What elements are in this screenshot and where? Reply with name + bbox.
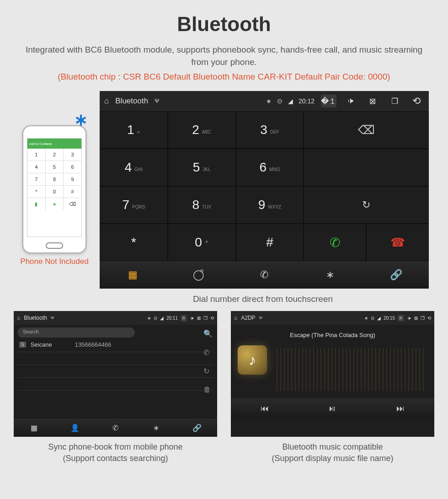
bluetooth-icon: ∗ (147, 316, 151, 321)
nav-keypad[interactable]: ▦ (14, 419, 54, 437)
music-note-icon: ♪ (238, 345, 267, 375)
backspace-button[interactable]: ⌫ (304, 111, 429, 149)
play-pause-button[interactable]: ⏯ (299, 398, 366, 419)
wifi-icon: ◢ (288, 97, 293, 105)
next-button[interactable]: ⏭ (367, 398, 434, 419)
nav-keypad[interactable]: ▦ (100, 261, 165, 289)
clock: 20:11 (166, 316, 178, 321)
usb-icon: Ψ (155, 98, 159, 104)
nav-calllog[interactable]: ✆ (231, 261, 297, 289)
usb-icon: Ψ (51, 316, 54, 320)
volume-button[interactable]: 🕩 (343, 95, 358, 107)
empty-cell (304, 149, 429, 186)
contact-initial: S (19, 342, 26, 348)
hangup-button[interactable]: ☎ (366, 224, 429, 261)
key-1[interactable]: 1∞ (100, 111, 168, 149)
home-icon[interactable]: ⌂ (104, 97, 109, 106)
close-button[interactable]: ⊠ (414, 316, 418, 321)
phone-home-button (46, 242, 63, 249)
clock: 20:15 (384, 316, 395, 321)
redial-button[interactable]: ↻ (304, 186, 429, 224)
call-button[interactable]: ✆ (304, 224, 366, 261)
play-controls: ⏮ ⏯ ⏭ (231, 398, 434, 419)
screenshot-button[interactable]: ⎘ (398, 315, 404, 322)
call-icon[interactable]: ✆ (203, 348, 213, 357)
nav-contacts[interactable]: ◯̊ (165, 261, 231, 289)
status-bar: ⌂ Bluetooth Ψ ∗ ⊙ ◢ 20:12 �１ 🕩 ⊠ ❐ ⟲ (100, 91, 429, 111)
key-5[interactable]: 5JKL (168, 149, 236, 186)
search-icon[interactable]: 🔍 (203, 329, 213, 338)
phone-caption: Phone Not Included (14, 257, 95, 266)
dialer-screen: ⌂ Bluetooth Ψ ∗ ⊙ ◢ 20:12 �１ 🕩 ⊠ ❐ ⟲ 1∞ … (100, 91, 429, 289)
contacts-caption: Sync phone-book from mobile phone (Suppo… (14, 441, 217, 464)
status-bar-music: ⌂ A2DP Ψ ∗ ⊙ ◢ 20:15 ⎘ 🕩 ⊠ ❐ ⟲ (231, 311, 434, 325)
key-0[interactable]: 0+ (168, 224, 236, 261)
equalizer-visual (277, 348, 425, 391)
back-button[interactable]: ⟲ (409, 95, 424, 107)
key-8[interactable]: 8TUV (168, 186, 236, 224)
recents-button[interactable]: ❐ (421, 316, 425, 321)
home-icon[interactable]: ⌂ (17, 315, 20, 321)
recents-button[interactable]: ❐ (203, 316, 208, 321)
wifi-icon: ◢ (377, 316, 381, 321)
sync-icon[interactable]: ↻ (203, 367, 213, 376)
empty-row (17, 378, 213, 391)
usb-icon: Ψ (259, 316, 263, 320)
status-title: A2DP (241, 315, 255, 321)
close-button[interactable]: ⊠ (365, 95, 380, 107)
key-3[interactable]: 3DEF (236, 111, 304, 149)
screenshot-button[interactable]: �１ (321, 95, 336, 107)
location-icon: ⊙ (154, 316, 157, 321)
back-button[interactable]: ⟲ (427, 316, 431, 321)
contact-name: Seicane (31, 341, 52, 348)
status-bar-contacts: ⌂ Bluetooth Ψ ∗ ⊙ ◢ 20:11 ⎘ 🕩 ⊠ ❐ ⟲ (14, 311, 217, 325)
back-button[interactable]: ⟲ (210, 316, 214, 321)
nav-pair[interactable]: 🔗 (363, 261, 429, 289)
status-title: Bluetooth (115, 97, 148, 106)
location-icon: ⊙ (371, 316, 374, 321)
track-title: Escape (The Pina Colada Song) (235, 332, 430, 338)
phone-illustration: ∗ Add to Contacts 123 456 789 *0# ▮●⌫ Ph… (14, 91, 95, 266)
volume-button[interactable]: 🕩 (190, 316, 194, 321)
bottom-nav-contacts: ▦ 👤 ✆ ∗ 🔗 (14, 419, 217, 437)
contacts-screen: ⌂ Bluetooth Ψ ∗ ⊙ ◢ 20:11 ⎘ 🕩 ⊠ ❐ ⟲ Sear… (14, 311, 217, 437)
phone-device: ∗ Add to Contacts 123 456 789 *0# ▮●⌫ (22, 125, 86, 253)
bluetooth-icon: ∗ (364, 316, 368, 321)
key-9[interactable]: 9WXYZ (236, 186, 304, 224)
spec-line: (Bluetooth chip : CSR BC6 Default Blueto… (0, 68, 448, 89)
nav-contacts[interactable]: 👤 (54, 419, 95, 437)
nav-bluetooth[interactable]: ∗ (136, 419, 176, 437)
nav-bluetooth[interactable]: ∗ (297, 261, 363, 289)
volume-button[interactable]: 🕩 (407, 316, 411, 321)
key-7[interactable]: 7PQRS (100, 186, 168, 224)
contact-number: 13566664466 (75, 341, 112, 348)
phone-screen: Add to Contacts 123 456 789 *0# ▮●⌫ (27, 138, 82, 237)
clock: 20:12 (299, 97, 315, 105)
phone-contacts-header: Add to Contacts (27, 139, 81, 149)
empty-row (17, 365, 213, 378)
music-screen: ⌂ A2DP Ψ ∗ ⊙ ◢ 20:15 ⎘ 🕩 ⊠ ❐ ⟲ Escape (T… (231, 311, 434, 437)
nav-pair[interactable]: 🔗 (176, 419, 217, 437)
prev-button[interactable]: ⏮ (231, 398, 299, 419)
music-body: Escape (The Pina Colada Song) ♪ ⏮ ⏯ ⏭ (231, 325, 434, 419)
empty-row (17, 352, 213, 365)
music-caption: Bluetooth music compatible (Support disp… (231, 441, 434, 464)
key-hash[interactable]: # (236, 224, 304, 261)
contacts-body: Search S Seicane 13566664466 🔍 ✆ ↻ 🗑 (14, 325, 217, 419)
key-4[interactable]: 4GHI (100, 149, 168, 186)
search-input[interactable]: Search (17, 327, 135, 338)
delete-icon[interactable]: 🗑 (203, 386, 213, 394)
home-icon[interactable]: ⌂ (234, 315, 237, 321)
key-star[interactable]: * (100, 224, 168, 261)
close-button[interactable]: ⊠ (197, 316, 201, 321)
dialer-caption: Dial number direct from touchscreen (78, 289, 448, 309)
recents-button[interactable]: ❐ (387, 95, 402, 107)
contact-row[interactable]: S Seicane 13566664466 (17, 338, 213, 352)
bluetooth-signal-icon: ∗ (74, 110, 88, 129)
screenshot-button[interactable]: ⎘ (181, 315, 187, 322)
key-6[interactable]: 6MNO (236, 149, 304, 186)
status-title: Bluetooth (24, 315, 47, 321)
page-title: Bluetooth (0, 0, 448, 44)
nav-calllog[interactable]: ✆ (95, 419, 136, 437)
key-2[interactable]: 2ABC (168, 111, 236, 149)
